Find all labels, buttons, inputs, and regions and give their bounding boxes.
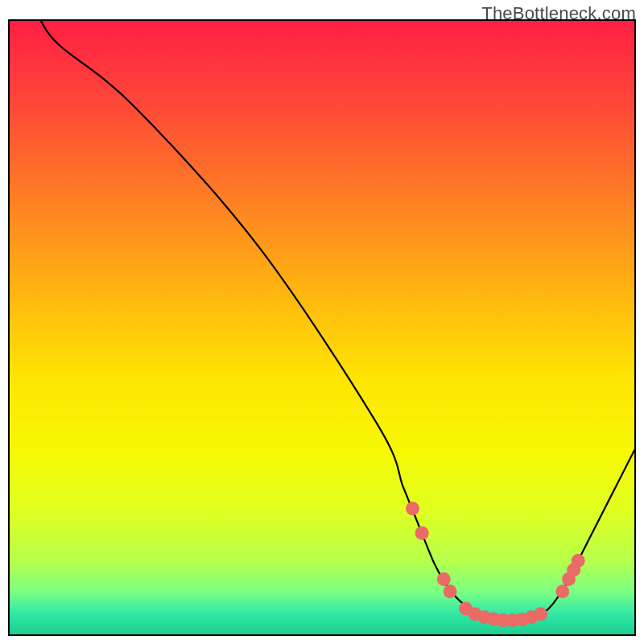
marker-dot	[534, 607, 547, 621]
chart-container: TheBottleneck.com	[0, 0, 644, 644]
marker-dot	[444, 584, 457, 598]
marker-dot	[555, 584, 569, 598]
watermark-text: TheBottleneck.com	[481, 3, 636, 24]
highlighted-dots	[406, 502, 585, 627]
marker-dot	[415, 526, 429, 540]
marker-dot	[406, 502, 419, 515]
marker-dot	[437, 572, 451, 586]
curve-layer	[10, 21, 634, 634]
plot-area	[8, 19, 636, 636]
bottleneck-curve	[41, 21, 634, 621]
marker-dot	[572, 554, 585, 568]
